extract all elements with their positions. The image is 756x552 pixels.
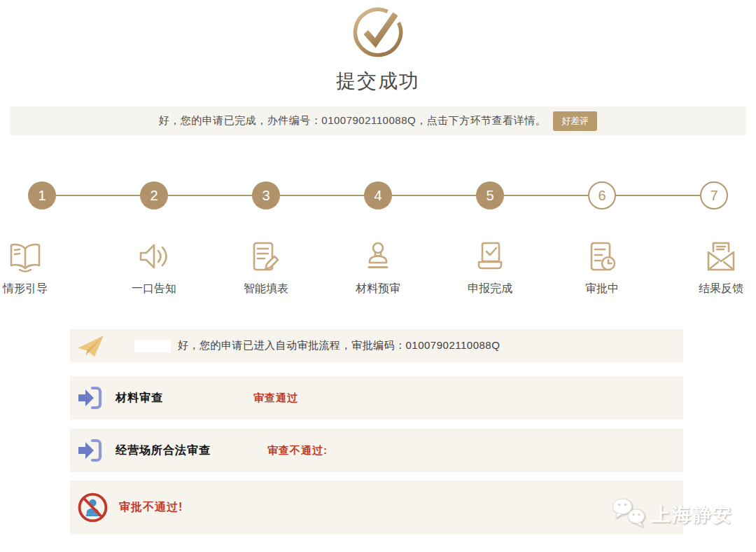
message-text: 好，您的申请已进入自动审批流程，审批编码：01007902110088Q <box>178 339 500 352</box>
step-label-4: 材料预审 <box>356 282 400 296</box>
review-item-name: 经营场所合法审查 <box>115 443 211 458</box>
step-label-6: 审批中 <box>585 282 619 296</box>
step-circle-2[interactable]: 2 <box>140 181 168 209</box>
review-status: 审查通过 <box>253 392 298 405</box>
laptop-check-icon <box>472 235 508 275</box>
step-item-3[interactable]: 智能填表 <box>235 235 297 296</box>
banner-message: 好，您的申请已完成，办件编号：01007902110088Q，点击下方环节查看详… <box>159 114 546 127</box>
success-check-icon <box>0 6 756 59</box>
envelope-icon <box>703 235 739 275</box>
step-label-3: 智能填表 <box>244 282 288 296</box>
message-row-1: 好，您的申请已进入自动审批流程，审批编码：01007902110088Q <box>70 329 683 362</box>
approval-message-list: 好，您的申请已进入自动审批流程，审批编码：01007902110088Q 材料审… <box>70 329 683 534</box>
step-label-2: 一口告知 <box>132 282 176 296</box>
no-entry-stamp-icon <box>77 492 108 523</box>
message-row-2: 材料审查审查通过 <box>70 376 683 420</box>
book-icon <box>7 235 43 275</box>
form-edit-icon <box>248 235 284 275</box>
step-circle-3[interactable]: 3 <box>252 181 280 209</box>
step-label-5: 申报完成 <box>468 282 512 296</box>
step-item-2[interactable]: 一口告知 <box>123 235 185 296</box>
step-item-4[interactable]: 材料预审 <box>347 235 409 296</box>
review-status: 审查不通过: <box>267 444 328 457</box>
step-item-1[interactable]: 情形引导 <box>0 235 56 296</box>
message-row-3: 经营场所合法审查审查不通过: <box>70 429 683 472</box>
step-circle-7[interactable]: 7 <box>700 181 728 209</box>
step-item-5[interactable]: 申报完成 <box>459 235 521 296</box>
message-row-4: 审批不通过! <box>70 481 683 534</box>
enter-arrow-icon <box>77 385 104 410</box>
review-status: 审批不通过! <box>119 500 183 515</box>
submission-success-page: 提交成功 好，您的申请已完成，办件编号：01007902110088Q，点击下方… <box>0 0 756 552</box>
step-item-6[interactable]: 审批中 <box>571 235 633 296</box>
document-clock-icon <box>584 235 620 275</box>
step-circle-6[interactable]: 6 <box>588 181 616 209</box>
page-title: 提交成功 <box>0 68 756 95</box>
step-circle-5[interactable]: 5 <box>476 181 504 209</box>
step-item-7[interactable]: 结果反馈 <box>690 235 752 296</box>
redacted-applicant-name <box>134 340 171 352</box>
steps-icon-row: 情形引导 一口告知 智能填表 材料预审 申报完成 审批中 结果反馈 <box>0 235 756 296</box>
step-circle-4[interactable]: 4 <box>364 181 392 209</box>
step-label-1: 情形引导 <box>3 282 48 296</box>
progress-stepper: 1234567 <box>0 181 756 209</box>
steps-circle-row: 1234567 <box>0 181 756 209</box>
enter-arrow-icon <box>77 438 104 463</box>
stamp-icon <box>360 235 396 275</box>
step-circle-1[interactable]: 1 <box>28 181 56 209</box>
megaphone-icon <box>136 235 172 275</box>
paper-plane-icon <box>77 334 105 358</box>
result-banner: 好，您的申请已完成，办件编号：01007902110088Q，点击下方环节查看详… <box>10 106 746 135</box>
rating-button[interactable]: 好差评 <box>553 111 597 131</box>
step-label-7: 结果反馈 <box>699 282 743 296</box>
review-item-name: 材料审查 <box>115 391 163 406</box>
